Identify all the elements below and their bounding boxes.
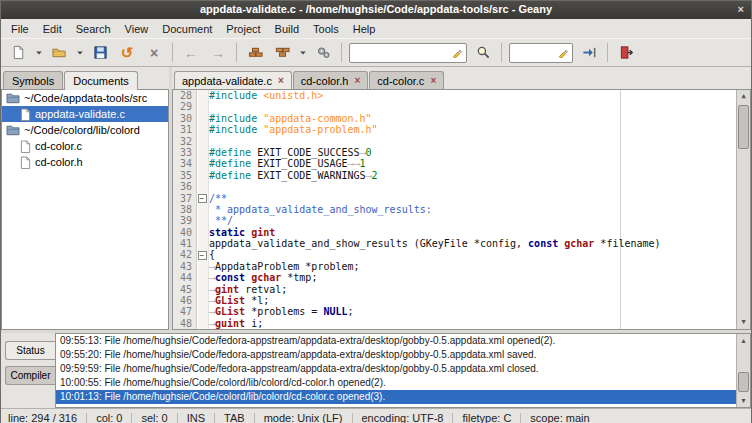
statusbar-item: col: 0 xyxy=(96,412,122,423)
code-line[interactable]: 31#include "appdata-problem.h" xyxy=(173,124,750,135)
window-close-icon[interactable]: × xyxy=(738,1,744,18)
editor-tab-appdata-validate.c[interactable]: appdata-validate.c× xyxy=(174,71,292,90)
tab-close-icon[interactable]: × xyxy=(278,76,284,86)
sidebar-tab-documents[interactable]: Documents xyxy=(64,71,138,90)
menu-item-document[interactable]: Document xyxy=(155,21,219,37)
code-line[interactable]: 30#include "appdata-common.h" xyxy=(173,113,750,124)
menu-item-tools[interactable]: Tools xyxy=(306,21,346,37)
tree-file-row[interactable]: cd-color.h xyxy=(2,154,168,170)
quit-button[interactable] xyxy=(613,41,639,65)
code-line[interactable]: 47⟶GList *problems = NULL; xyxy=(173,306,750,317)
navigate-back-button[interactable]: ← xyxy=(178,41,204,65)
code-segment: AppdataProblem *problem; xyxy=(215,261,360,272)
statusbar-item: line: 294 / 316 xyxy=(8,412,77,423)
execute-button[interactable] xyxy=(310,41,336,65)
tree-item-label: ~/Code/colord/lib/colord xyxy=(24,124,140,136)
new-dropdown[interactable] xyxy=(32,41,45,65)
search-input[interactable] xyxy=(353,45,452,61)
scrollbar-thumb[interactable] xyxy=(738,105,749,149)
tab-close-icon[interactable]: × xyxy=(430,76,436,86)
menu-item-file[interactable]: File xyxy=(4,21,36,37)
code-line[interactable]: 39 **/ xyxy=(173,215,750,226)
code-segment: #define xyxy=(209,147,257,158)
code-line[interactable]: 38 * appdata_validate_and_show_results: xyxy=(173,204,750,215)
new-button[interactable] xyxy=(5,41,31,65)
search-button[interactable] xyxy=(470,41,496,65)
code-line[interactable]: 29 xyxy=(173,101,750,112)
fold-toggle-icon[interactable]: − xyxy=(198,251,207,260)
build-dropdown[interactable] xyxy=(296,41,309,65)
search-icon xyxy=(476,45,491,60)
tab-close-icon[interactable]: × xyxy=(354,76,360,86)
line-number: 44 xyxy=(173,272,195,283)
code-line[interactable]: 42−{ xyxy=(173,249,750,260)
message-row[interactable]: 09:59:59: File /home/hughsie/Code/fedora… xyxy=(56,362,736,376)
save-button[interactable] xyxy=(87,41,113,65)
code-line[interactable]: 28#include <unistd.h> xyxy=(173,90,750,101)
titlebar[interactable]: appdata-validate.c - /home/hughsie/Code/… xyxy=(1,1,751,19)
toolbar-separator xyxy=(236,43,237,62)
message-row[interactable]: 09:55:20: File /home/hughsie/Code/fedora… xyxy=(56,348,736,362)
editor-tabbar: appdata-validate.c×cd-color.h×cd-color.c… xyxy=(172,67,751,89)
scroll-up-icon[interactable]: ▲ xyxy=(737,334,750,347)
menu-item-build[interactable]: Build xyxy=(268,21,306,37)
menu-item-help[interactable]: Help xyxy=(346,21,383,37)
open-button[interactable] xyxy=(46,41,72,65)
code-text: ⟶gint retval; xyxy=(209,284,287,295)
message-row[interactable]: 10:00:55: File /home/hughsie/Code/colord… xyxy=(56,376,736,390)
code-line[interactable]: 41appdata_validate_and_show_results (GKe… xyxy=(173,238,750,249)
scroll-up-icon[interactable]: ▲ xyxy=(737,90,750,103)
close-file-button[interactable]: × xyxy=(141,41,167,65)
panel-tab-compiler[interactable]: Compiler xyxy=(5,366,55,385)
code-line[interactable]: 32 xyxy=(173,136,750,147)
open-dropdown[interactable] xyxy=(73,41,86,65)
code-line[interactable]: 40static gint xyxy=(173,227,750,238)
menu-item-edit[interactable]: Edit xyxy=(36,21,69,37)
editor-scrollbar[interactable]: ▲ ▼ xyxy=(736,90,750,329)
tree-file-row[interactable]: appdata-validate.c xyxy=(2,106,168,122)
code-line[interactable]: 36 xyxy=(173,181,750,192)
code-line[interactable]: 34#define EXIT_CODE_USAGE⟶⟶1 xyxy=(173,158,750,169)
scrollbar-thumb[interactable] xyxy=(738,372,749,392)
editor-tab-cd-color.c[interactable]: cd-color.c× xyxy=(369,71,444,89)
editor-tab-cd-color.h[interactable]: cd-color.h× xyxy=(293,71,369,89)
menu-item-view[interactable]: View xyxy=(118,21,156,37)
code-line[interactable]: 33#define EXIT_CODE_SUCCESS⟶0 xyxy=(173,147,750,158)
menu-item-project[interactable]: Project xyxy=(219,21,267,37)
navigate-forward-button[interactable]: → xyxy=(205,41,231,65)
toolbar-separator xyxy=(341,43,342,62)
code-line[interactable]: 45⟶gint retval; xyxy=(173,284,750,295)
panel-tab-status[interactable]: Status xyxy=(5,341,55,360)
tree-file-row[interactable]: cd-color.c xyxy=(2,138,168,154)
code-line[interactable]: 37−/** xyxy=(173,193,750,204)
code-line[interactable]: 48⟶guint i; xyxy=(173,318,750,329)
compile-button[interactable] xyxy=(242,41,268,65)
code-line[interactable]: 46⟶GList *l; xyxy=(173,295,750,306)
code-line[interactable]: 44⟶const gchar *tmp; xyxy=(173,272,750,283)
code-segment: *tmp; xyxy=(281,272,317,283)
toolbar-separator xyxy=(607,43,608,62)
fold-toggle-icon[interactable]: − xyxy=(198,194,207,203)
sidebar-tab-symbols[interactable]: Symbols xyxy=(3,71,63,89)
build-button[interactable] xyxy=(269,41,295,65)
tree-folder-row[interactable]: ~/Code/appdata-tools/src xyxy=(2,90,168,106)
scroll-down-icon[interactable]: ▼ xyxy=(737,316,750,329)
code-text: #include "appdata-problem.h" xyxy=(209,124,378,135)
message-row[interactable]: 10:01:13: File /home/hughsie/Code/colord… xyxy=(56,390,736,404)
code-text: ⟶GList *l; xyxy=(209,295,269,306)
code-line[interactable]: 35#define EXIT_CODE_WARNINGS⟶2 xyxy=(173,170,750,181)
code-segment: 2 xyxy=(372,170,378,181)
code-segment: gint xyxy=(215,284,239,295)
open-folder-icon xyxy=(51,45,67,60)
messages-scrollbar[interactable]: ▲ ▼ xyxy=(736,334,750,407)
code-editor[interactable]: 28#include <unistd.h>2930#include "appda… xyxy=(172,89,751,330)
scroll-down-icon[interactable]: ▼ xyxy=(737,394,750,407)
jump-to-line-button[interactable] xyxy=(576,41,602,65)
tree-folder-row[interactable]: ~/Code/colord/lib/colord xyxy=(2,122,168,138)
goto-line-input[interactable] xyxy=(513,45,558,61)
statusbar-item: encoding: UTF-8 xyxy=(362,412,444,423)
message-row[interactable]: 09:55:13: File /home/hughsie/Code/fedora… xyxy=(56,334,736,348)
menu-item-search[interactable]: Search xyxy=(69,21,118,37)
code-line[interactable]: 43⟶AppdataProblem *problem; xyxy=(173,261,750,272)
revert-button[interactable]: ↺ xyxy=(114,41,140,65)
